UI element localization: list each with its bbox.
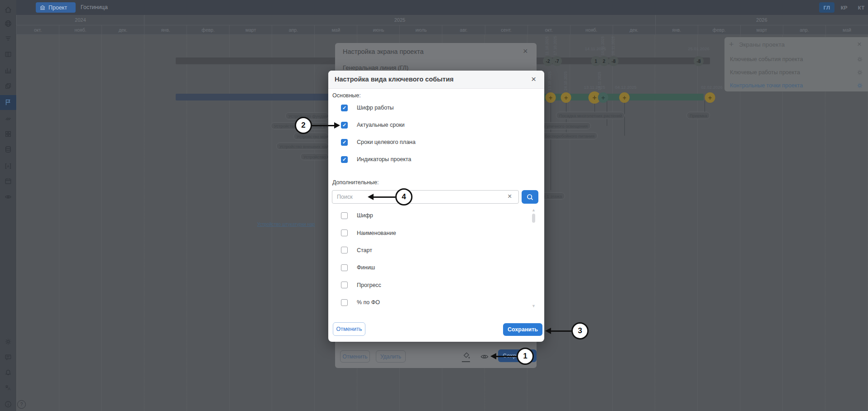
year-label: 2025 bbox=[144, 15, 655, 25]
checkbox-row[interactable]: Старт bbox=[328, 242, 544, 259]
close-icon[interactable]: × bbox=[523, 47, 528, 56]
checkbox[interactable] bbox=[341, 156, 348, 163]
language-icon[interactable]: A bbox=[4, 384, 12, 392]
close-icon[interactable]: × bbox=[531, 74, 536, 84]
milestone-plus-badge[interactable]: + bbox=[619, 92, 630, 103]
checkbox-row[interactable]: Индикаторы проекта bbox=[328, 151, 544, 168]
checkbox[interactable] bbox=[341, 105, 348, 111]
leader-line bbox=[624, 100, 625, 136]
task-pill[interactable]: Устройство фундаментной п bbox=[285, 112, 329, 119]
milestone-badge[interactable]: -7 bbox=[552, 56, 562, 66]
checkbox[interactable] bbox=[341, 122, 348, 129]
milestone-badge[interactable]: -2 bbox=[543, 56, 553, 66]
checkbox-row[interactable]: Шифр bbox=[328, 207, 544, 224]
checkbox-row[interactable]: Шифр работы bbox=[328, 99, 544, 116]
screen-list-item[interactable]: Ключевые работы проекта bbox=[724, 67, 868, 79]
screen-item-label: Ключевые события проекта bbox=[730, 56, 803, 62]
checkbox-row[interactable]: % по ФО bbox=[328, 294, 544, 311]
gear-icon[interactable] bbox=[856, 82, 863, 89]
checkbox[interactable] bbox=[341, 299, 348, 306]
help-button[interactable]: ? bbox=[17, 400, 26, 409]
save-button[interactable]: Сохранить bbox=[498, 349, 537, 362]
comments-icon[interactable] bbox=[4, 353, 12, 361]
task-pill[interactable]: Устройство шту bbox=[300, 153, 329, 160]
sidebar-item-flags-selected[interactable] bbox=[0, 95, 16, 110]
task-link[interactable]: Устройство штукатурки нар bbox=[257, 222, 315, 227]
checkbox-row[interactable]: Прогресс bbox=[328, 277, 544, 294]
search-icon bbox=[526, 193, 534, 201]
globe-icon[interactable] bbox=[4, 19, 12, 28]
checkbox[interactable] bbox=[341, 212, 348, 219]
task-pill[interactable]: Приемка bbox=[686, 112, 710, 119]
task-pill[interactable]: Устройство внешних наружн bbox=[276, 143, 329, 150]
delete-button[interactable]: Удалить bbox=[376, 350, 406, 363]
milestone-badge[interactable]: 2 bbox=[599, 56, 609, 66]
svg-text:A: A bbox=[7, 164, 10, 168]
filter-icon[interactable] bbox=[4, 34, 12, 43]
milestone-plus-badge[interactable]: + bbox=[561, 92, 571, 103]
date-label-vertical: 24.10.2025 bbox=[563, 69, 568, 91]
board-icon[interactable] bbox=[4, 50, 12, 58]
checkbox[interactable] bbox=[341, 247, 348, 253]
gear-icon[interactable] bbox=[856, 69, 863, 76]
view-toggles: ГЛКРКТ bbox=[819, 2, 868, 13]
task-pill[interactable]: Устройство монолитной входн bbox=[271, 122, 329, 129]
info-icon[interactable] bbox=[4, 400, 12, 408]
save-button[interactable]: Сохранить bbox=[503, 323, 542, 336]
checkbox-row[interactable]: Актуальные сроки bbox=[328, 116, 544, 134]
task-pill[interactable]: Посадка многолетних растений bbox=[556, 112, 625, 119]
screens-panel-title: Экраны проекта bbox=[739, 41, 785, 48]
checkbox[interactable] bbox=[341, 282, 348, 288]
checkbox-row[interactable]: Сроки целевого плана bbox=[328, 134, 544, 151]
view-toggle[interactable]: КР bbox=[836, 2, 852, 13]
checkbox[interactable] bbox=[341, 139, 348, 146]
home-icon[interactable] bbox=[4, 6, 12, 14]
add-screen-icon[interactable]: + bbox=[729, 40, 734, 49]
scroll-up-arrow[interactable]: ▲ bbox=[532, 208, 536, 212]
project-button[interactable]: Проект bbox=[36, 2, 76, 13]
checkbox[interactable] bbox=[341, 229, 348, 236]
dialog-title: Настройка вида ключевого события bbox=[335, 76, 454, 83]
month-label: май bbox=[314, 25, 357, 34]
text-style-icon[interactable]: A bbox=[4, 162, 12, 170]
checkbox-row[interactable]: Наименование bbox=[328, 224, 544, 241]
theme-icon[interactable] bbox=[4, 338, 12, 346]
date-label: 02.02.2026 bbox=[701, 85, 723, 90]
search-input[interactable] bbox=[332, 190, 519, 204]
hatch-icon[interactable] bbox=[4, 114, 12, 122]
milestone-badge[interactable]: -8 bbox=[609, 56, 619, 66]
cancel-button[interactable]: Отменить bbox=[333, 322, 365, 336]
scrollbar-thumb[interactable] bbox=[532, 214, 535, 223]
milestone-plus-badge[interactable]: + bbox=[546, 92, 556, 103]
search-button[interactable] bbox=[522, 190, 538, 204]
view-toggle[interactable]: ГЛ bbox=[819, 2, 834, 13]
grid-icon[interactable] bbox=[4, 130, 12, 138]
task-pill[interactable]: Устройство монолит bbox=[293, 133, 329, 140]
calendar-icon[interactable] bbox=[4, 177, 12, 185]
screen-list-item[interactable]: Ключевые события проекта bbox=[724, 53, 868, 66]
date-label-vertical: 11.10.2025 bbox=[545, 35, 549, 55]
month-label: март bbox=[740, 25, 783, 34]
milestone-badge[interactable]: -8 bbox=[694, 56, 704, 66]
screen-list-item[interactable]: Контрольные точки проекта bbox=[724, 80, 868, 92]
database-icon[interactable] bbox=[4, 145, 12, 153]
checkbox[interactable] bbox=[341, 264, 348, 271]
preview-eye-icon[interactable] bbox=[480, 352, 489, 361]
fill-color-icon[interactable] bbox=[462, 351, 470, 360]
eye-icon[interactable] bbox=[4, 193, 12, 201]
checkbox-row[interactable]: Финиш bbox=[328, 259, 544, 276]
notifications-icon[interactable] bbox=[4, 368, 12, 377]
key-event-view-dialog: Настройка вида ключевого события × Основ… bbox=[328, 71, 544, 342]
close-icon[interactable]: × bbox=[857, 40, 862, 49]
gear-icon[interactable] bbox=[856, 56, 863, 63]
chart-icon[interactable] bbox=[4, 66, 12, 74]
milestone-plus-badge[interactable]: + bbox=[598, 92, 609, 103]
cancel-button[interactable]: Отменить bbox=[340, 350, 370, 363]
clear-search-icon[interactable]: × bbox=[508, 192, 512, 201]
date-label: 13.11.2025 bbox=[584, 85, 605, 90]
milestone-plus-badge[interactable]: + bbox=[705, 92, 715, 103]
layers-icon[interactable] bbox=[4, 82, 12, 90]
date-label-vertical: 17.10.2025 bbox=[553, 35, 557, 55]
scroll-down-arrow[interactable]: ▼ bbox=[532, 304, 536, 308]
view-toggle[interactable]: КТ bbox=[854, 2, 868, 13]
